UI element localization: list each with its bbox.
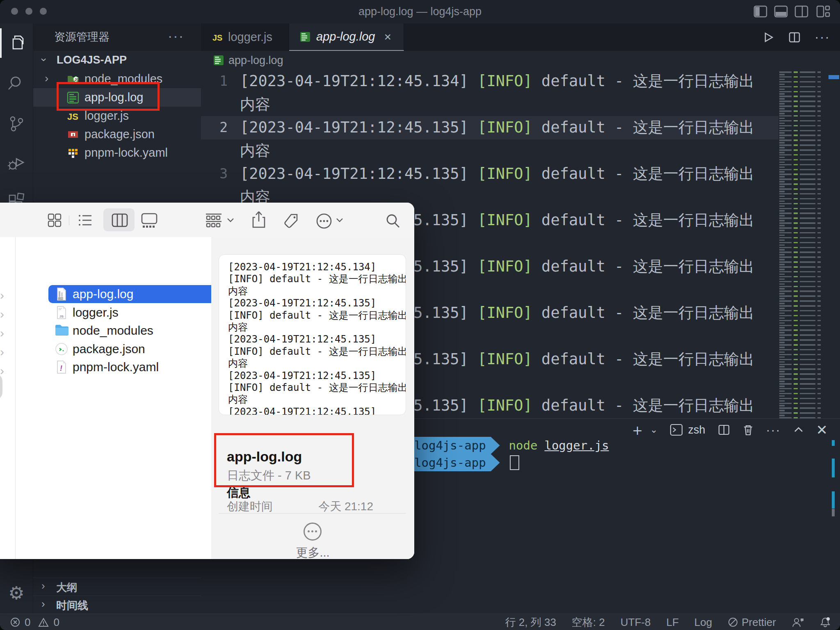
minimap-line: [779, 378, 825, 380]
zsh-terminal-icon[interactable]: [670, 423, 683, 436]
close-panel-icon[interactable]: ✕: [816, 422, 828, 438]
chevron-right-icon: ›: [0, 326, 4, 340]
minimap-line: [779, 125, 825, 127]
status-label: UTF-8: [621, 616, 651, 629]
more-ellipsis-icon[interactable]: [304, 523, 322, 541]
more-actions-icon[interactable]: ···: [815, 30, 830, 45]
search-icon[interactable]: [0, 64, 33, 103]
file-label: package.json: [84, 128, 155, 141]
sidebar-item-pnpm-lock-yaml[interactable]: pnpm-lock.yaml: [33, 144, 201, 162]
finder-file-column: LOGapp-log.logJSlogger.jsnode_modules›pa…: [15, 237, 212, 559]
minimap-line: [779, 227, 825, 229]
maximize-panel-icon[interactable]: [793, 425, 804, 435]
columns-view-icon[interactable]: [112, 213, 128, 228]
terminal-profile-chevron-icon[interactable]: ⌄: [650, 425, 657, 435]
group-by-icon[interactable]: [205, 213, 222, 228]
log-level: [INFO]: [477, 350, 532, 368]
finder-preview-column: [2023-04-19T21:12:45.134][INFO] default …: [211, 237, 414, 559]
split-terminal-icon[interactable]: [718, 424, 730, 436]
log-message: default - 这是一行日志输出: [532, 72, 754, 90]
panel-more-icon[interactable]: ···: [766, 423, 781, 437]
file-label: logger.js: [73, 306, 119, 320]
finder-item-package-json[interactable]: package.json: [15, 340, 211, 358]
problems-status[interactable]: 0 0: [10, 614, 59, 630]
kill-terminal-icon[interactable]: [742, 424, 754, 436]
editor-log-line: 2[2023-04-19T21:12:45.135] [INFO] defaul…: [240, 116, 781, 162]
minimap-line: [779, 154, 825, 156]
vscode-window: app-log.log — log4js-app ⚙ 资源管理器 ···: [0, 0, 840, 630]
tag-icon[interactable]: [284, 213, 300, 229]
breadcrumb[interactable]: app-log.log: [201, 51, 840, 70]
status--2[interactable]: 空格: 2: [572, 615, 605, 630]
error-icon: [10, 617, 21, 628]
run-debug-icon[interactable]: [0, 143, 33, 183]
chevron-down-icon: [226, 217, 235, 223]
minimap-line: [779, 339, 825, 341]
folder-icon: [55, 324, 68, 338]
finder-item-app-log-log[interactable]: LOGapp-log.log: [15, 285, 211, 303]
preview-log-line: [2023-04-19T21:12:45.135]: [228, 297, 406, 309]
minimap-line: [779, 293, 785, 294]
chevron-right-icon: ›: [0, 288, 4, 302]
minimap-line: [779, 79, 785, 80]
minimap-line: [779, 286, 825, 288]
bell-icon: [819, 616, 831, 628]
minimap-line: [779, 412, 825, 414]
log-level: [INFO]: [477, 165, 532, 183]
log-level: [INFO]: [477, 258, 532, 275]
minimap-line: [779, 329, 825, 331]
status--2-33[interactable]: 行 2, 列 33: [505, 615, 556, 630]
chevron-down-icon: ›: [38, 58, 50, 62]
minimap-line: [779, 315, 825, 317]
chevron-down-icon: [336, 217, 344, 223]
minimap-slider[interactable]: [829, 75, 839, 79]
status-lf[interactable]: LF: [666, 616, 678, 629]
minimap-line: [779, 271, 825, 273]
settings-gear-icon[interactable]: ⚙: [0, 573, 33, 612]
close-tab-icon[interactable]: ×: [384, 30, 392, 44]
minimap-line: [779, 398, 825, 399]
split-editor-icon[interactable]: [788, 31, 801, 43]
toggle-secondary-sidebar-icon[interactable]: [794, 5, 808, 18]
tab-app-log-log[interactable]: app-log.log ×: [289, 23, 404, 51]
list-view-icon[interactable]: [78, 213, 93, 228]
explorer-more-actions-icon[interactable]: ···: [168, 23, 184, 48]
more-options-icon[interactable]: [316, 213, 332, 229]
customize-layout-icon[interactable]: [816, 5, 830, 18]
explorer-icon[interactable]: [0, 23, 33, 63]
toggle-primary-sidebar-icon[interactable]: [753, 5, 767, 18]
status-utf-8[interactable]: UTF-8: [621, 616, 651, 629]
sidebar-item-package-json[interactable]: package.json: [33, 125, 201, 144]
more-button[interactable]: 更多...: [211, 545, 414, 559]
outline-section[interactable]: › 大纲: [33, 578, 201, 596]
finder-search-icon[interactable]: [385, 213, 401, 229]
minimap-line: [779, 115, 825, 117]
timeline-section[interactable]: › 时间线: [33, 596, 201, 614]
minimap-line: [779, 132, 785, 134]
finder-item-node-modules[interactable]: node_modules›: [15, 322, 211, 340]
minimap-line: [779, 256, 825, 258]
toggle-panel-icon[interactable]: [774, 5, 788, 18]
log-file-icon: [213, 55, 224, 66]
prompt-chip: log4js-app: [406, 437, 500, 454]
tab-logger-js[interactable]: JS logger.js: [201, 23, 289, 51]
new-terminal-icon[interactable]: ＋: [630, 420, 645, 441]
finder-item-pnpm-lock-yaml[interactable]: !pnpm-lock.yaml: [15, 358, 211, 376]
log-message: default - 这是一行日志输出: [532, 119, 754, 136]
workspace-section-header[interactable]: › LOG4JS-APP: [33, 51, 201, 70]
gallery-view-icon[interactable]: [141, 213, 158, 228]
icons-view-icon[interactable]: [47, 213, 62, 228]
status-prettier[interactable]: Prettier: [728, 616, 776, 629]
run-file-icon[interactable]: [762, 31, 774, 43]
finder-item-logger-js[interactable]: JSlogger.js: [15, 304, 211, 322]
status-feedback-icon[interactable]: [792, 617, 804, 628]
source-control-icon[interactable]: [0, 104, 33, 143]
minimap-line: [779, 128, 785, 129]
log-timestamp: [2023-04-19T21:12:45.135]: [240, 119, 477, 136]
share-icon[interactable]: [252, 211, 266, 229]
minimap[interactable]: [779, 71, 825, 418]
status-log[interactable]: Log: [694, 616, 712, 629]
status-bell-icon[interactable]: [819, 616, 831, 628]
js-file-icon: JS: [67, 110, 79, 122]
workspace-name: LOG4JS-APP: [57, 54, 127, 66]
